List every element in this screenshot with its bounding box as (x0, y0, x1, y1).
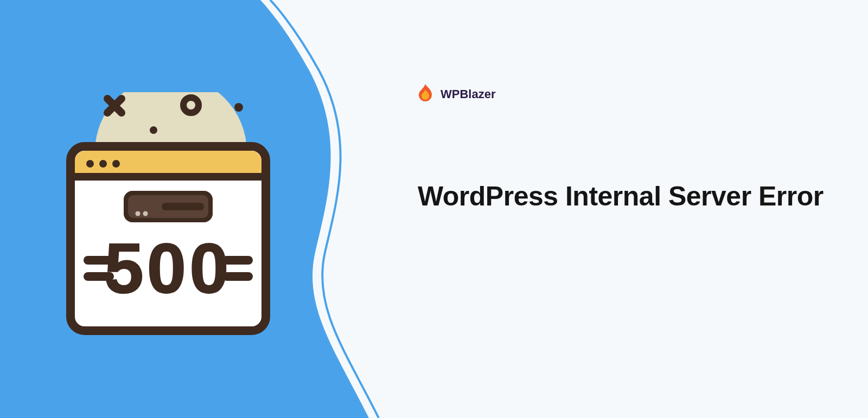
page: 500 WPBlazer WordPress Internal Server E… (0, 0, 868, 418)
flame-icon (418, 84, 433, 105)
svg-point-11 (99, 160, 107, 168)
svg-point-5 (150, 126, 157, 134)
error-500-illustration: 500 (65, 92, 271, 342)
svg-rect-28 (162, 203, 204, 210)
brand: WPBlazer (418, 84, 495, 105)
svg-point-4 (234, 103, 243, 112)
page-title: WordPress Internal Server Error (418, 179, 830, 214)
svg-point-12 (112, 160, 120, 168)
svg-point-10 (86, 160, 94, 168)
brand-name: WPBlazer (441, 87, 495, 101)
svg-text:500: 500 (105, 229, 232, 308)
svg-point-27 (143, 211, 148, 216)
error-code: 500 (105, 229, 232, 308)
svg-point-26 (136, 211, 141, 216)
